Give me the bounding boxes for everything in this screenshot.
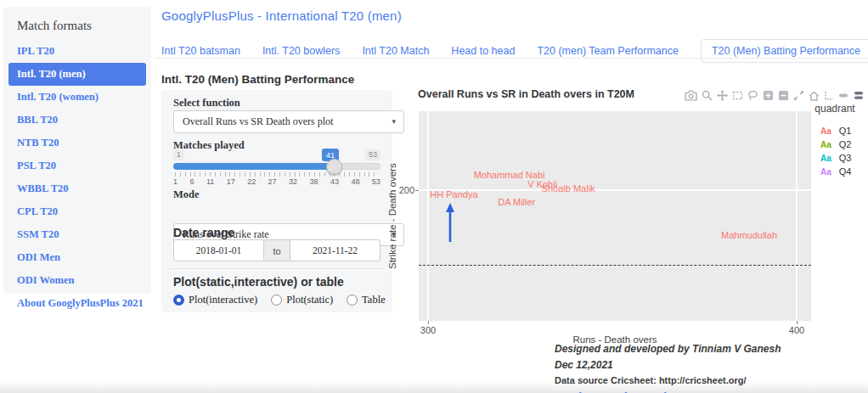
- footer-date: Dec 12,2021: [555, 359, 781, 371]
- legend: Aa Q1 Aa Q2 Aa Q3 Aa Q4: [820, 124, 851, 178]
- date-range-picker: to: [173, 239, 380, 261]
- sidebar-item-ipl-t20[interactable]: IPL T20: [3, 40, 151, 63]
- sidebar-item-ssm-t20[interactable]: SSM T20: [3, 223, 151, 246]
- legend-entry-q1[interactable]: Aa Q1: [820, 124, 851, 138]
- reset-axes-icon[interactable]: [809, 91, 820, 101]
- camera-icon[interactable]: [685, 90, 697, 101]
- legend-swatch: Aa: [820, 140, 831, 149]
- slider-tick-label: 43: [330, 177, 339, 186]
- slider-tick-label: 17: [227, 177, 235, 186]
- legend-entry-q2[interactable]: Aa Q2: [820, 138, 851, 151]
- tab-intl-t20-match[interactable]: Intl T20 Match: [362, 45, 429, 57]
- slider-min-label: 1: [173, 149, 184, 160]
- gridline: [427, 111, 429, 321]
- panel-divider: [170, 268, 384, 269]
- sidebar-nav: IPL T20Intl. T20 (men)Intl. T20 (women)B…: [3, 40, 151, 315]
- tab-bar: Intl T20 batsmanIntl. T20 bowlersIntl T2…: [161, 39, 868, 63]
- select-function-label: Select function: [173, 97, 380, 109]
- reference-dashed-line: [419, 265, 811, 266]
- sidebar-item-odi-women[interactable]: ODI Women: [3, 269, 151, 292]
- slider-tick-label: 22: [247, 177, 256, 186]
- radio-icon: [271, 295, 282, 306]
- slider-tick-label: 6: [189, 177, 194, 186]
- slider-tick-label: 11: [206, 177, 214, 186]
- tab-intl-t20-bowlers[interactable]: Intl. T20 bowlers: [262, 45, 340, 57]
- hover-compare-icon[interactable]: [854, 91, 865, 100]
- select-function-dropdown[interactable]: Overall Runs vs SR Death overs plot ▾: [173, 110, 404, 133]
- plot-choice-label: Plot(static,interactive) or table: [173, 275, 380, 289]
- legend-title: quadrant: [809, 103, 861, 115]
- sidebar-item-psl-t20[interactable]: PSL T20: [3, 154, 151, 177]
- y-axis-title: Strike rate - Death overs: [387, 111, 397, 321]
- radio-option-label: Plot(static): [286, 294, 333, 306]
- slider-max-label: 53: [365, 149, 380, 160]
- sidebar-item-cpl-t20[interactable]: CPL T20: [3, 200, 151, 223]
- radio-option-plot-interactive[interactable]: Plot(interactive): [173, 294, 257, 306]
- slider-tick-label: 32: [289, 177, 297, 186]
- zoom-out-icon[interactable]: [778, 90, 789, 101]
- zoom-icon[interactable]: [702, 90, 713, 101]
- y-axis-tick-label: 200: [397, 185, 414, 195]
- date-range-label: Date range: [173, 226, 380, 239]
- radio-icon: [173, 295, 184, 306]
- tab-head-to-head[interactable]: Head to head: [451, 45, 515, 57]
- y-axis-tick-mark: [415, 190, 419, 191]
- radio-option-label: Plot(interactive): [189, 294, 257, 306]
- select-function-value: Overall Runs vs SR Death overs plot: [183, 115, 333, 127]
- sidebar-item-about-googlyplusplus-2021[interactable]: About GooglyPlusPlus 2021: [3, 292, 151, 315]
- x-axis-tick-mark: [797, 321, 798, 324]
- slider-tick-label: 53: [372, 177, 380, 186]
- pan-icon[interactable]: [717, 90, 728, 101]
- matches-played-slider[interactable]: 1 53 41 16111722273238434853: [173, 149, 380, 188]
- tab-intl-t20-batsman[interactable]: Intl T20 batsman: [161, 45, 240, 57]
- sidebar-heading: Match formats: [17, 19, 151, 33]
- box-select-icon[interactable]: [732, 90, 743, 101]
- sidebar-item-odi-men[interactable]: ODI Men: [3, 246, 151, 269]
- sidebar-item-bbl-t20[interactable]: BBL T20: [3, 109, 151, 132]
- section-heading: Intl. T20 (Men) Batting Performance: [161, 73, 354, 86]
- autoscale-icon[interactable]: [793, 90, 804, 101]
- sidebar-item-intl-t20-women[interactable]: Intl. T20 (women): [3, 86, 151, 109]
- hover-closest-icon[interactable]: [838, 92, 849, 99]
- date-from-input[interactable]: [173, 239, 264, 261]
- slider-tick-label: 27: [268, 177, 277, 186]
- legend-swatch: Aa: [820, 154, 831, 163]
- radio-option-table[interactable]: Table: [347, 294, 386, 306]
- footer: Designed and developed by Tinniam V Gane…: [555, 343, 781, 393]
- slider-tick-label: 1: [173, 177, 178, 186]
- slider-fill: [173, 163, 333, 170]
- legend-swatch: Aa: [820, 167, 831, 177]
- slider-tick-label: 38: [310, 177, 318, 186]
- sidebar-item-intl-t20-men[interactable]: Intl. T20 (men): [8, 63, 146, 86]
- mode-label: Mode: [173, 188, 380, 201]
- legend-entry-label: Q3: [839, 153, 852, 163]
- gridline: [419, 189, 811, 191]
- sidebar: Match formats IPL T20Intl. T20 (men)Intl…: [3, 7, 151, 294]
- radio-option-label: Table: [362, 294, 386, 306]
- legend-entry-q4[interactable]: Aa Q4: [820, 165, 851, 178]
- page-title: GooglyPlusPlus - International T20 (men): [161, 8, 402, 23]
- legend-entry-label: Q1: [839, 126, 852, 136]
- slider-tick-labels: 16111722273238434853: [173, 177, 380, 186]
- radio-icon: [347, 295, 358, 306]
- tab-t20-men-team-performance[interactable]: T20 (men) Team Performance: [537, 45, 679, 57]
- lasso-icon[interactable]: [747, 90, 758, 101]
- tab-t20-men-batting-performance[interactable]: T20 (Men) Batting Performance: [701, 39, 868, 63]
- date-to-input[interactable]: [290, 239, 380, 261]
- legend-entry-q3[interactable]: Aa Q3: [820, 151, 851, 165]
- control-panel: Select function Overall Runs vs SR Death…: [161, 90, 392, 312]
- tabs-divider: [155, 58, 868, 59]
- zoom-in-icon[interactable]: [763, 90, 774, 101]
- radio-option-plot-static[interactable]: Plot(static): [271, 294, 333, 306]
- date-range-separator: to: [264, 239, 290, 261]
- sidebar-item-ntb-t20[interactable]: NTB T20: [3, 132, 151, 154]
- toggle-spikelines-icon[interactable]: [824, 91, 834, 101]
- annotation-arrow: [442, 203, 458, 245]
- legend-swatch: Aa: [820, 126, 831, 136]
- sidebar-item-wbbl-t20[interactable]: WBBL T20: [3, 177, 151, 200]
- plot-area[interactable]: [419, 111, 811, 321]
- footer-datasource: Data source Cricsheet: http://cricsheet.…: [555, 375, 781, 385]
- slider-tick-label: 48: [351, 177, 359, 186]
- legend-entry-label: Q2: [839, 139, 852, 149]
- plot-choice-radios: Plot(interactive) Plot(static) Table: [173, 294, 380, 306]
